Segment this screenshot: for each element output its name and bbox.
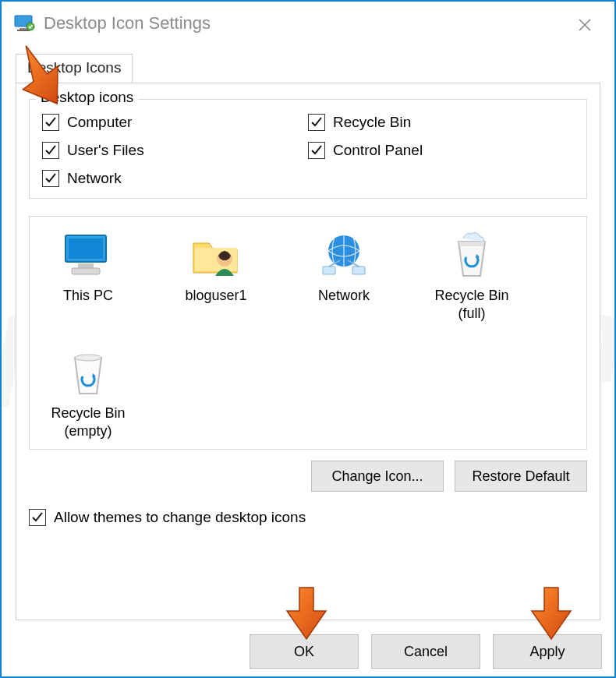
- svg-rect-5: [69, 238, 103, 259]
- checkbox-users-files[interactable]: User's Files: [42, 142, 308, 159]
- close-button[interactable]: [569, 9, 600, 41]
- checkbox-control-panel[interactable]: Control Panel: [308, 142, 574, 159]
- icon-label: Recycle Bin (empty): [37, 404, 139, 440]
- icon-this-pc[interactable]: This PC: [37, 231, 139, 305]
- group-legend: Desktop icons: [36, 89, 138, 106]
- change-icon-button[interactable]: Change Icon...: [311, 461, 444, 492]
- icon-label: Network: [293, 287, 395, 305]
- icon-user-folder[interactable]: bloguser1: [165, 231, 267, 305]
- icon-recycle-full[interactable]: Recycle Bin (full): [421, 231, 522, 322]
- checkbox-computer[interactable]: Computer: [42, 114, 308, 131]
- pc-icon: [61, 231, 115, 281]
- close-icon: [578, 18, 592, 32]
- tab-desktop-icons[interactable]: Desktop Icons: [16, 54, 133, 83]
- restore-default-button[interactable]: Restore Default: [455, 461, 587, 492]
- checkbox-label: User's Files: [67, 142, 144, 159]
- checkbox-label: Control Panel: [333, 142, 423, 159]
- recycle-full-icon: [444, 231, 499, 281]
- icon-label: Recycle Bin (full): [421, 287, 522, 322]
- checkbox-label: Network: [67, 170, 122, 187]
- icon-label: This PC: [37, 287, 139, 305]
- checkbox-icon: [42, 170, 59, 187]
- icon-preview: This PC bloguser1: [29, 216, 587, 450]
- recycle-empty-icon: [61, 348, 115, 398]
- app-icon: [14, 14, 36, 33]
- checkbox-network[interactable]: Network: [42, 170, 308, 187]
- checkbox-icon: [308, 142, 325, 159]
- checkbox-label: Computer: [67, 114, 132, 131]
- desktop-icons-group: Desktop icons Computer Recycle Bin User'…: [29, 99, 587, 199]
- icon-network[interactable]: Network: [293, 231, 395, 305]
- svg-rect-1: [19, 28, 27, 30]
- user-folder-icon: [189, 231, 243, 281]
- svg-rect-7: [72, 268, 100, 274]
- checkbox-icon: [308, 114, 325, 131]
- cancel-button[interactable]: Cancel: [371, 634, 480, 669]
- svg-rect-11: [352, 267, 365, 274]
- window-title: Desktop Icon Settings: [44, 13, 211, 34]
- checkbox-recycle-bin[interactable]: Recycle Bin: [308, 114, 574, 131]
- ok-button[interactable]: OK: [250, 634, 359, 669]
- svg-rect-10: [323, 267, 335, 274]
- checkbox-label: Allow themes to change desktop icons: [54, 509, 306, 526]
- icon-recycle-empty[interactable]: Recycle Bin (empty): [37, 348, 139, 440]
- checkbox-icon: [42, 114, 59, 131]
- titlebar: Desktop Icon Settings: [2, 2, 614, 45]
- svg-point-12: [75, 355, 101, 361]
- checkbox-allow-themes[interactable]: Allow themes to change desktop icons: [29, 509, 306, 526]
- apply-button[interactable]: Apply: [493, 634, 602, 669]
- checkbox-label: Recycle Bin: [333, 114, 411, 131]
- network-icon: [317, 231, 371, 281]
- svg-rect-6: [78, 263, 94, 268]
- checkbox-icon: [42, 142, 59, 159]
- icon-label: bloguser1: [165, 287, 267, 305]
- checkbox-icon: [29, 509, 46, 526]
- tab-panel: Desktop icons Computer Recycle Bin User'…: [16, 83, 600, 620]
